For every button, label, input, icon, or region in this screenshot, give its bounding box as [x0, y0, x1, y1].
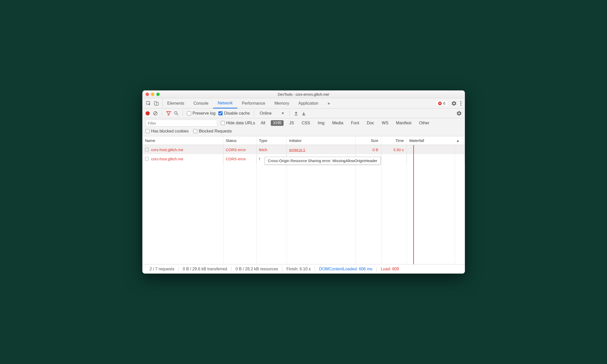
table-row[interactable]: cors-host.glitch.me CORS error fetch scr…	[143, 145, 465, 154]
device-toolbar-icon[interactable]	[154, 101, 159, 106]
filter-icon[interactable]	[166, 111, 171, 116]
svg-line-9	[177, 114, 178, 115]
file-icon	[145, 148, 149, 151]
throttling-value: Online	[260, 111, 272, 116]
row-time	[381, 154, 407, 163]
row-status: CORS error	[223, 145, 256, 154]
tab-application[interactable]: Application	[294, 98, 323, 108]
row-time: 5.50 s	[381, 145, 407, 154]
network-toolbar: Preserve log Disable cache Online ▾	[143, 108, 465, 118]
sb-domcontentloaded: DOMContentLoaded: 606 ms	[315, 267, 376, 271]
download-har-icon[interactable]	[301, 111, 306, 116]
col-size[interactable]: Size	[356, 136, 381, 145]
col-waterfall[interactable]: Waterfall ▲	[407, 136, 465, 145]
upload-har-icon[interactable]	[294, 111, 298, 116]
error-count-badge[interactable]: ✕ 6	[436, 101, 448, 106]
col-status[interactable]: Status	[223, 136, 256, 145]
disable-cache-checkbox[interactable]: Disable cache	[218, 111, 250, 116]
tab-network[interactable]: Network	[213, 98, 237, 108]
tabs-overflow[interactable]: »	[323, 98, 334, 108]
row-waterfall	[407, 154, 465, 163]
sb-resources: 0 B / 28.2 kB resources	[231, 267, 282, 271]
svg-rect-2	[156, 102, 158, 105]
svg-line-7	[154, 112, 157, 115]
preserve-log-checkbox[interactable]: Preserve log	[187, 111, 216, 116]
preserve-log-label: Preserve log	[193, 111, 216, 116]
col-initiator[interactable]: Initiator	[287, 136, 356, 145]
svg-point-5	[460, 105, 461, 106]
hide-data-urls-checkbox[interactable]: Hide data URLs	[221, 121, 255, 125]
type-img[interactable]: Img	[316, 120, 327, 126]
error-icon: ✕	[438, 102, 442, 105]
record-button[interactable]	[146, 111, 150, 115]
devtools-window: DevTools - cors-errors.glitch.me/ Elemen…	[142, 90, 465, 274]
inspect-element-icon[interactable]	[146, 101, 151, 106]
more-menu-icon[interactable]	[460, 101, 462, 106]
network-rows: cors-host.glitch.me CORS error fetch scr…	[143, 145, 465, 264]
row-name: cors-host.glitch.me	[151, 157, 183, 161]
col-waterfall-label: Waterfall	[409, 138, 424, 143]
row-size: 0 B	[356, 145, 381, 154]
settings-gear-icon[interactable]	[451, 101, 457, 106]
type-font[interactable]: Font	[349, 120, 361, 126]
file-icon	[145, 157, 149, 161]
type-xhr[interactable]: XHR	[271, 120, 284, 126]
window-title: DevTools - cors-errors.glitch.me/	[143, 92, 465, 96]
chevron-down-icon: ▾	[282, 111, 284, 116]
type-ws[interactable]: WS	[380, 120, 390, 126]
svg-point-3	[460, 101, 461, 102]
disable-cache-label: Disable cache	[224, 111, 250, 116]
row-status: CORS error	[223, 154, 256, 163]
has-blocked-cookies-label: Has blocked cookies	[151, 129, 189, 134]
sb-transferred: 0 B / 29.6 kB transferred	[179, 267, 231, 271]
filter-bar: Hide data URLs All XHR JS CSS Img Media …	[143, 118, 465, 136]
type-all[interactable]: All	[259, 120, 267, 126]
type-css[interactable]: CSS	[300, 120, 312, 126]
network-table-header: Name Status Type Initiator Size Time Wat…	[143, 136, 465, 145]
type-manifest[interactable]: Manifest	[394, 120, 413, 126]
sort-ascending-icon: ▲	[456, 138, 460, 143]
error-count: 6	[443, 101, 445, 105]
svg-point-8	[174, 112, 177, 114]
tab-elements[interactable]: Elements	[163, 98, 189, 108]
row-type: fetch	[256, 145, 287, 154]
status-bar: 2 / 7 requests 0 B / 29.6 kB transferred…	[143, 264, 465, 273]
search-icon[interactable]	[174, 111, 179, 116]
row-name: cors-host.glitch.me	[151, 148, 183, 152]
col-type[interactable]: Type	[256, 136, 287, 145]
tab-performance[interactable]: Performance	[237, 98, 270, 108]
sb-finish: Finish: 6.10 s	[282, 267, 315, 271]
blocked-requests-checkbox[interactable]: Blocked Requests	[193, 129, 232, 134]
col-time[interactable]: Time	[381, 136, 407, 145]
sb-requests: 2 / 7 requests	[146, 267, 179, 271]
cors-error-tooltip: Cross-Origin Resource Sharing error: Mis…	[265, 157, 381, 165]
network-settings-gear-icon[interactable]	[457, 111, 462, 116]
type-other[interactable]: Other	[417, 120, 431, 126]
has-blocked-cookies-checkbox[interactable]: Has blocked cookies	[146, 129, 189, 134]
throttling-select[interactable]: Online ▾	[258, 110, 285, 116]
sb-load: Load: 609	[377, 267, 399, 271]
row-initiator-link[interactable]: script.js:1	[289, 148, 305, 152]
type-doc[interactable]: Doc	[365, 120, 376, 126]
panel-tabs: Elements Console Network Performance Mem…	[143, 98, 465, 108]
col-name[interactable]: Name	[143, 136, 223, 145]
clear-icon[interactable]	[153, 111, 158, 116]
blocked-requests-label: Blocked Requests	[199, 129, 232, 134]
hide-data-urls-label: Hide data URLs	[226, 121, 255, 125]
row-waterfall	[407, 145, 465, 154]
tab-memory[interactable]: Memory	[270, 98, 294, 108]
titlebar: DevTools - cors-errors.glitch.me/	[143, 91, 465, 98]
type-media[interactable]: Media	[330, 120, 345, 126]
filter-input[interactable]	[146, 120, 217, 126]
tab-console[interactable]: Console	[189, 98, 213, 108]
svg-point-4	[460, 103, 461, 104]
type-js[interactable]: JS	[287, 120, 296, 126]
